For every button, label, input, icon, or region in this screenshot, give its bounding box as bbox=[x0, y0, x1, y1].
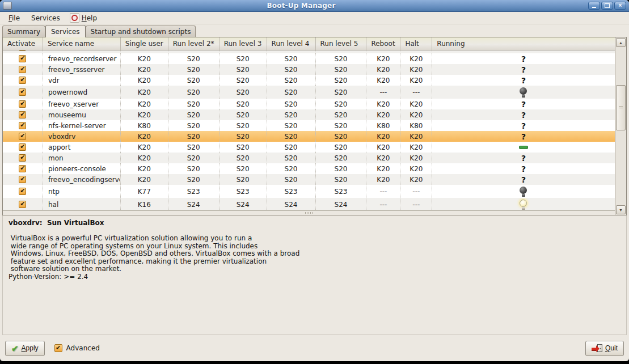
column-header-service-name[interactable]: Service name bbox=[43, 37, 121, 50]
activate-checkbox[interactable] bbox=[19, 176, 26, 183]
reboot-cell: K80 bbox=[366, 120, 400, 131]
activate-checkbox[interactable] bbox=[19, 188, 26, 195]
scrollbar-track[interactable] bbox=[615, 48, 626, 205]
activate-checkbox[interactable] bbox=[19, 122, 26, 129]
activate-checkbox[interactable] bbox=[19, 143, 26, 151]
activate-checkbox[interactable] bbox=[19, 55, 26, 62]
table-row[interactable]: freevo_rssserver K20 S20 S20 S20 S20 K20… bbox=[3, 64, 615, 75]
single-user-cell: K20 bbox=[121, 174, 168, 185]
table-row[interactable]: powernowd K20 S20 S20 S20 S20 --- --- bbox=[3, 86, 615, 99]
activate-cell[interactable] bbox=[3, 109, 43, 120]
column-header-reboot[interactable]: Reboot bbox=[366, 37, 400, 50]
pane-resize-handle[interactable] bbox=[3, 210, 615, 215]
run-level-3-cell: S20 bbox=[219, 53, 267, 64]
close-button[interactable]: × bbox=[614, 2, 626, 10]
activate-checkbox[interactable] bbox=[19, 165, 26, 172]
activate-cell[interactable] bbox=[3, 86, 43, 99]
running-unknown-icon: ? bbox=[521, 132, 526, 141]
quit-door-icon bbox=[592, 344, 602, 353]
minimize-button[interactable] bbox=[588, 2, 600, 10]
run-level-5-cell: S20 bbox=[316, 131, 367, 142]
table-row[interactable]: vboxdrv K20 S20 S20 S20 S20 K20 K20 ? bbox=[3, 131, 615, 142]
table-row[interactable]: ntp K77 S23 S23 S23 S23 --- --- bbox=[3, 185, 615, 198]
column-header-run-level-2[interactable]: Run level 2* bbox=[168, 37, 219, 50]
activate-cell[interactable] bbox=[3, 163, 43, 174]
vertical-scrollbar[interactable]: ▲ ▼ bbox=[615, 37, 626, 215]
service-name-cell: freevo_rssserver bbox=[43, 64, 121, 75]
maximize-icon bbox=[605, 3, 610, 8]
run-level-2-cell: S20 bbox=[168, 153, 219, 163]
activate-cell[interactable] bbox=[3, 174, 43, 185]
activate-checkbox[interactable] bbox=[19, 201, 26, 208]
run-level-2-cell: S20 bbox=[168, 109, 219, 120]
run-level-5-cell: S20 bbox=[316, 64, 367, 75]
table-row[interactable]: vdr K20 S20 S20 S20 S20 K20 K20 ? bbox=[3, 75, 615, 86]
reboot-cell: K20 bbox=[366, 153, 400, 163]
activate-cell[interactable] bbox=[3, 185, 43, 198]
column-header-run-level-5[interactable]: Run level 5 bbox=[316, 37, 367, 50]
activate-checkbox[interactable] bbox=[19, 111, 26, 118]
table-row[interactable]: nfs-kernel-server K80 S20 S20 S20 S20 K8… bbox=[3, 120, 615, 131]
scroll-up-button[interactable]: ▲ bbox=[616, 38, 626, 47]
activate-checkbox[interactable] bbox=[19, 154, 26, 162]
tab-services[interactable]: Services bbox=[45, 25, 86, 37]
titlebar[interactable]: Boot-Up Manager × bbox=[0, 0, 629, 12]
running-unknown-icon: ? bbox=[521, 65, 526, 74]
activate-cell[interactable] bbox=[3, 142, 43, 153]
scrollbar-thumb[interactable] bbox=[616, 85, 626, 130]
halt-cell: K20 bbox=[400, 99, 432, 109]
halt-cell: --- bbox=[400, 185, 432, 198]
running-cell: ? bbox=[432, 53, 615, 64]
column-header-halt[interactable]: Halt bbox=[400, 37, 432, 50]
activate-cell[interactable] bbox=[3, 64, 43, 75]
column-header-activate[interactable]: Activate bbox=[3, 37, 43, 50]
menu-help[interactable]: Help bbox=[66, 12, 100, 23]
activate-checkbox[interactable] bbox=[19, 88, 26, 96]
table-row[interactable]: mouseemu K20 S20 S20 S20 S20 K20 K20 ? bbox=[3, 109, 615, 120]
column-header-run-level-3[interactable]: Run level 3 bbox=[219, 37, 267, 50]
table-row[interactable]: pioneers-console K20 S20 S20 S20 S20 K20… bbox=[3, 163, 615, 174]
activate-cell[interactable] bbox=[3, 53, 43, 64]
activate-checkbox[interactable] bbox=[19, 133, 26, 140]
run-level-5-cell: S24 bbox=[316, 198, 367, 210]
table-row[interactable]: freevo_recordserver K20 S20 S20 S20 S20 … bbox=[3, 53, 615, 64]
apply-button[interactable]: ✔ Apply bbox=[5, 341, 45, 356]
quit-button[interactable]: Quit bbox=[585, 341, 624, 356]
scroll-down-button[interactable]: ▼ bbox=[616, 205, 626, 214]
activate-cell[interactable] bbox=[3, 131, 43, 142]
running-cell: ? bbox=[432, 163, 615, 174]
maximize-button[interactable] bbox=[601, 2, 613, 10]
window-title: Boot-Up Manager bbox=[14, 2, 588, 10]
activate-cell[interactable] bbox=[3, 99, 43, 109]
run-level-2-cell: S20 bbox=[168, 99, 219, 109]
column-header-run-level-4[interactable]: Run level 4 bbox=[267, 37, 316, 50]
menu-file[interactable]: File bbox=[3, 13, 25, 23]
table-row[interactable]: apport K20 S20 S20 S20 S20 K20 K20 bbox=[3, 142, 615, 153]
table-row[interactable]: freevo_xserver K20 S20 S20 S20 S20 K20 K… bbox=[3, 99, 615, 109]
activate-cell[interactable] bbox=[3, 120, 43, 131]
tab-summary[interactable]: Summary bbox=[2, 26, 45, 37]
service-name-cell: vboxdrv bbox=[43, 131, 121, 142]
column-header-single-user[interactable]: Single user bbox=[121, 37, 168, 50]
tab-startup-shutdown-scripts[interactable]: Startup and shutdown scripts bbox=[86, 26, 196, 37]
activate-checkbox[interactable] bbox=[19, 66, 26, 73]
table-row[interactable]: hal K16 S24 S24 S24 S24 --- --- bbox=[3, 198, 615, 210]
run-level-2-cell: S20 bbox=[168, 64, 219, 75]
run-level-3-cell: S20 bbox=[219, 174, 267, 185]
menu-services[interactable]: Services bbox=[26, 13, 65, 23]
run-level-4-cell: S20 bbox=[267, 109, 316, 120]
advanced-checkbox-group[interactable]: Advanced bbox=[54, 344, 100, 352]
activate-checkbox[interactable] bbox=[19, 77, 26, 84]
column-header-running[interactable]: Running bbox=[432, 37, 615, 50]
activate-cell[interactable] bbox=[3, 198, 43, 210]
activate-checkbox[interactable] bbox=[19, 100, 26, 108]
service-name-cell: vdr bbox=[43, 75, 121, 86]
table-row[interactable]: mon K20 S20 S20 S20 S20 K20 K20 ? bbox=[3, 153, 615, 163]
activate-cell[interactable] bbox=[3, 153, 43, 163]
service-name-cell: mon bbox=[43, 153, 121, 163]
activate-cell[interactable] bbox=[3, 75, 43, 86]
advanced-checkbox[interactable] bbox=[54, 344, 62, 352]
table-row[interactable]: freevo_encodingserver K20 S20 S20 S20 S2… bbox=[3, 174, 615, 185]
run-level-4-cell: S23 bbox=[267, 185, 316, 198]
help-icon bbox=[70, 13, 79, 23]
